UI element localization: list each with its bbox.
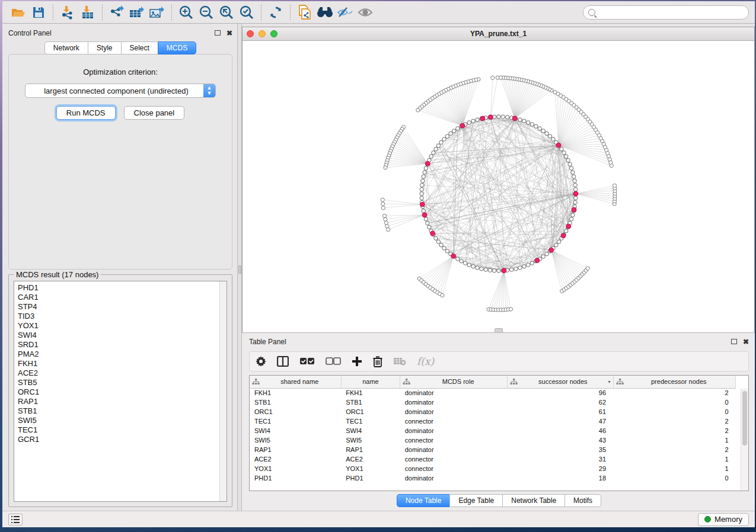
list-item[interactable]: YOX1	[18, 321, 227, 331]
zoom-in-icon[interactable]	[176, 4, 196, 21]
list-item[interactable]: SWI5	[18, 416, 227, 425]
column-header-name[interactable]: name	[341, 376, 400, 388]
task-history-icon[interactable]	[8, 514, 23, 525]
list-item[interactable]: PMA2	[18, 350, 227, 359]
list-item[interactable]: GCR1	[18, 435, 227, 444]
table-row[interactable]: ACE2ACE2connector311	[250, 454, 736, 464]
vertical-splitter[interactable]	[237, 24, 242, 511]
refresh-icon[interactable]	[266, 4, 286, 21]
save-icon[interactable]	[28, 4, 49, 21]
export-image-icon[interactable]	[147, 4, 167, 21]
add-column-icon[interactable]	[352, 356, 362, 367]
tab-node-table[interactable]: Node Table	[397, 494, 450, 507]
close-panel-button[interactable]: ✖	[227, 30, 232, 37]
mcds-result-list[interactable]: PHD1 CAR1 STP4 TID3 YOX1 SWI4 SRD1 PMA2 …	[14, 281, 227, 502]
table-row[interactable]: SWI5SWI5connector431	[250, 435, 736, 445]
list-item[interactable]: SRD1	[18, 340, 227, 350]
import-table-icon[interactable]	[78, 4, 98, 21]
zoom-fit-icon[interactable]	[216, 4, 237, 21]
hide-selected-icon[interactable]	[335, 4, 355, 21]
table-header-row: shared name name MCDS role successor nod…	[250, 376, 736, 388]
tab-network-table[interactable]: Network Table	[502, 494, 564, 507]
main-toolbar	[2, 1, 755, 24]
show-all-icon[interactable]	[355, 4, 375, 21]
status-bar: Memory	[2, 511, 755, 527]
criterion-dropdown[interactable]: largest connected component (undirected)…	[25, 84, 216, 98]
close-window-icon[interactable]	[247, 30, 254, 37]
import-network-icon[interactable]	[58, 4, 78, 21]
minimize-window-icon[interactable]	[259, 30, 266, 37]
control-panel-title: Control Panel	[8, 29, 52, 37]
search-input[interactable]	[598, 8, 744, 17]
table-row[interactable]: PHD1PHD1dominator180	[250, 473, 736, 483]
run-mcds-button[interactable]: Run MCDS	[56, 106, 116, 120]
list-item[interactable]: STP4	[18, 302, 227, 312]
show-columns-icon[interactable]	[299, 357, 315, 366]
list-item[interactable]: TID3	[18, 312, 227, 321]
tab-edge-table[interactable]: Edge Table	[449, 494, 502, 507]
list-item[interactable]: FKH1	[18, 359, 227, 368]
close-table-panel-button[interactable]: ✖	[743, 338, 749, 345]
mcds-result-group: MCDS result (17 nodes) PHD1 CAR1 STP4 TI…	[8, 274, 232, 507]
toolbar-separator	[171, 5, 172, 20]
list-item[interactable]: RAP1	[18, 397, 227, 406]
list-item[interactable]: ORC1	[18, 387, 227, 397]
table-row[interactable]: ORC1ORC1dominator610	[250, 407, 736, 416]
split-columns-icon[interactable]	[277, 356, 289, 367]
tab-network[interactable]: Network	[44, 41, 88, 55]
table-row[interactable]: TEC1TEC1connector472	[250, 416, 736, 426]
column-header-mcds-role[interactable]: MCDS role	[400, 376, 508, 388]
list-item[interactable]: CAR1	[18, 293, 227, 302]
tab-select[interactable]: Select	[121, 41, 158, 55]
horizontal-splitter-grip[interactable]	[495, 328, 503, 332]
table-row[interactable]: STB1STB1dominator620	[250, 398, 736, 407]
shared-column-icon	[510, 379, 518, 385]
table-row[interactable]: YOX1YOX1connector291	[250, 464, 736, 473]
table-row[interactable]: SWI4SWI4dominator462	[250, 426, 736, 435]
result-list-scrollbar[interactable]	[219, 281, 227, 501]
list-item[interactable]: ACE2	[18, 368, 227, 378]
export-table-icon[interactable]	[127, 4, 147, 21]
network-window: YPA_prune.txt_1	[242, 27, 755, 332]
table-scrollbar[interactable]	[741, 389, 748, 491]
open-folder-icon[interactable]	[8, 4, 28, 21]
column-header-shared-name[interactable]: shared name	[250, 376, 341, 388]
table-scrollbar-thumb[interactable]	[742, 391, 747, 446]
control-panel-titlebar: Control Panel ✖	[8, 26, 232, 40]
sort-chevron-icon[interactable]: ▾	[608, 379, 611, 384]
float-panel-button[interactable]	[215, 30, 221, 37]
table-row[interactable]: RAP1RAP1dominator352	[250, 445, 736, 454]
list-item[interactable]: SWI4	[18, 331, 227, 340]
column-header-predecessor-nodes[interactable]: predecessor nodes	[613, 376, 735, 388]
zoom-out-icon[interactable]	[196, 4, 216, 21]
toolbar-separator	[290, 5, 291, 20]
toolbar-separator	[102, 5, 103, 20]
table-toolbar: f(x)	[249, 351, 749, 371]
binoculars-icon[interactable]	[315, 4, 335, 21]
table-row[interactable]: FKH1FKH1dominator962	[250, 388, 736, 398]
main-area: Control Panel ✖ Network Style Select MCD…	[2, 24, 755, 511]
hide-columns-icon[interactable]	[326, 357, 341, 366]
list-item[interactable]: STB1	[18, 406, 227, 416]
memory-button[interactable]: Memory	[698, 513, 749, 526]
gear-icon[interactable]	[256, 356, 266, 367]
node-table-container: shared name name MCDS role successor nod…	[249, 375, 749, 491]
export-network-icon[interactable]	[107, 4, 127, 21]
delete-column-icon[interactable]	[373, 356, 382, 367]
tab-style[interactable]: Style	[88, 41, 121, 55]
close-panel-button-mcds[interactable]: Close panel	[124, 106, 185, 120]
maximize-window-icon[interactable]	[270, 30, 277, 37]
column-header-successor-nodes[interactable]: successor nodes ▾	[508, 376, 613, 388]
list-item[interactable]: TEC1	[18, 425, 227, 435]
search-box	[583, 5, 749, 20]
network-graph	[243, 41, 754, 332]
copy-network-icon[interactable]	[295, 4, 315, 21]
list-item[interactable]: STB5	[18, 378, 227, 387]
list-item[interactable]: PHD1	[18, 283, 227, 293]
float-table-panel-button[interactable]	[731, 338, 737, 345]
zoom-selected-icon[interactable]	[237, 4, 257, 21]
network-canvas[interactable]	[243, 41, 754, 332]
tab-motifs[interactable]: Motifs	[564, 494, 601, 507]
tab-mcds[interactable]: MCDS	[158, 41, 196, 55]
app-window: Control Panel ✖ Network Style Select MCD…	[2, 1, 755, 527]
